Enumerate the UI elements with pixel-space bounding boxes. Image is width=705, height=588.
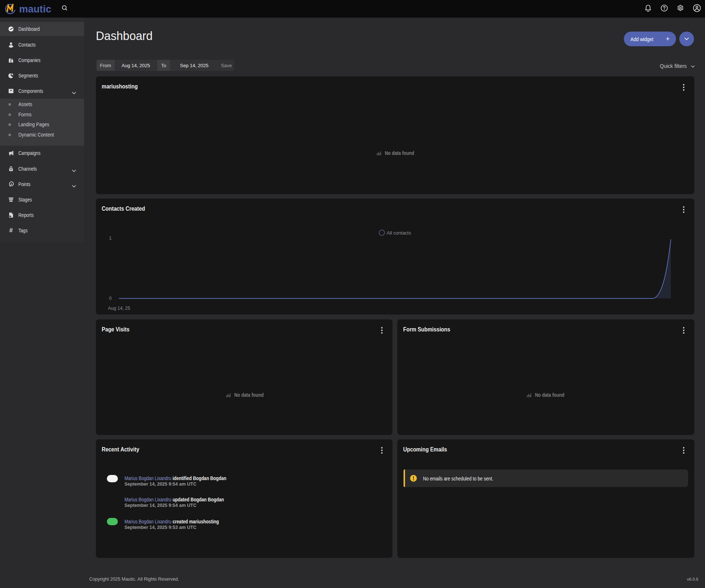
svg-text:Aug 14, 25: Aug 14, 25	[108, 306, 130, 311]
svg-text:s: s	[11, 182, 12, 186]
svg-text:0: 0	[109, 296, 112, 301]
svg-text:All contacts: All contacts	[387, 230, 411, 236]
svg-text:1: 1	[109, 236, 112, 241]
